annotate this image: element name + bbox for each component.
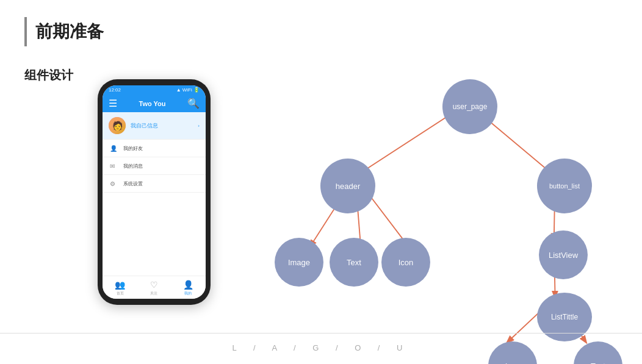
phone-status-bar: 12:02 ▲ WiFi 🔋 [103,85,206,95]
menu-label-messages: 我的消息 [123,163,143,170]
footer: L / A / G / O / U [0,333,642,353]
node-header: header [320,159,375,213]
nav-follow-label: 关注 [150,291,157,296]
menu-item-messages: ✉ 我的消息 [103,157,206,175]
heart-icon: ♡ [150,280,158,290]
page-title: 前期准备 [35,20,104,43]
node-user-page: user_page [442,79,497,134]
nav-follow: ♡ 关注 [150,280,158,296]
friends-icon: 👤 [110,144,118,152]
hamburger-icon: ☰ [109,98,117,109]
menu-item-settings: ⚙ 系统设置 [103,175,206,193]
home-icon: 👥 [115,280,125,290]
nav-profile-label: 我的 [184,291,192,296]
section-label: 组件设计 [24,67,73,84]
menu-item-friends: 👤 我的好友 [103,140,206,157]
node-icon: Icon [381,238,430,287]
phone-screen: 12:02 ▲ WiFi 🔋 ☰ Two You 🔍 🧑 我自己信息 › [103,85,206,299]
nav-profile: 👤 我的 [183,280,193,296]
title-bar-accent [24,17,27,46]
menu-label-friends: 我的好友 [123,145,143,152]
tree-diagram: user_page header button_list Image Text … [262,61,622,354]
user-name: 我自己信息 [131,122,198,130]
menu-label-settings: 系统设置 [123,180,143,187]
phone-bottom-nav: 👥 首页 ♡ 关注 👤 我的 [103,276,206,299]
node-text: Text [330,238,378,287]
arrow-icon: › [198,123,200,129]
avatar: 🧑 [109,117,126,134]
app-name: Two You [139,100,166,107]
phone-user-row: 🧑 我自己信息 › [103,112,206,140]
profile-icon: 👤 [183,280,193,290]
nav-home: 👥 首页 [115,280,125,296]
node-listview: ListView [539,230,588,279]
search-icon: 🔍 [187,98,200,109]
phone-app-header: ☰ Two You 🔍 [103,95,206,112]
phone-body: 🧑 我自己信息 › 👤 我的好友 ✉ 我的消息 ⚙ 系统设置 [103,112,206,276]
phone-mockup: 12:02 ▲ WiFi 🔋 ☰ Two You 🔍 🧑 我自己信息 › [98,79,211,305]
settings-icon: ⚙ [110,179,118,188]
node-image: Image [275,238,323,287]
avatar-face: 🧑 [109,117,126,134]
node-button-list: button_list [537,159,592,213]
page-title-section: 前期准备 [24,17,104,46]
phone-outer: 12:02 ▲ WiFi 🔋 ☰ Two You 🔍 🧑 我自己信息 › [98,79,211,305]
phone-time: 12:02 [109,87,121,93]
nav-home-label: 首页 [117,291,124,296]
footer-text: L / A / G / O / U [233,343,410,352]
messages-icon: ✉ [110,162,118,170]
phone-signal: ▲ WiFi 🔋 [176,87,200,93]
